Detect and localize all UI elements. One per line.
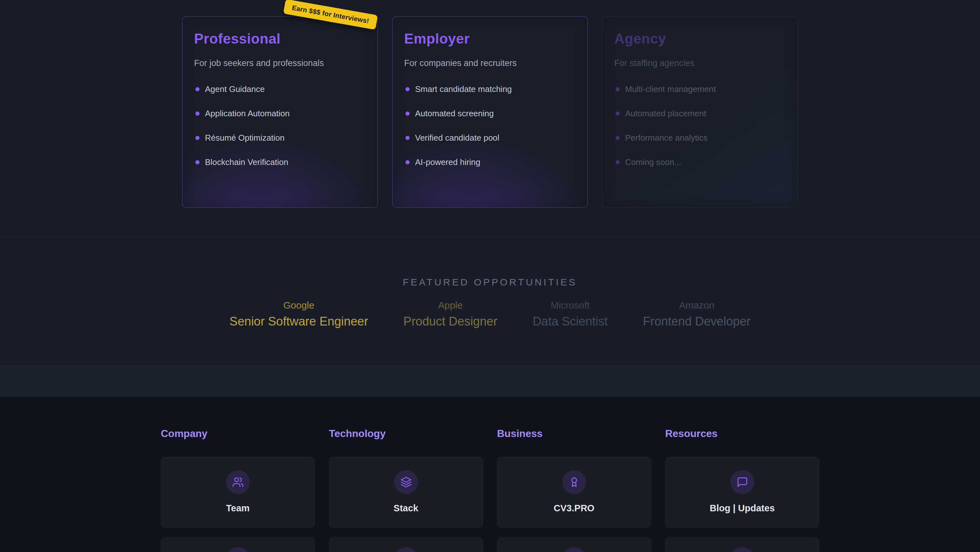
tile-icon-circle (730, 470, 754, 494)
bullet-dot-icon (406, 160, 410, 164)
job-title: Senior Software Engineer (230, 314, 368, 329)
footer-tile-partial[interactable] (329, 537, 483, 552)
footer-column-technology: TechnologyStack (329, 428, 483, 552)
footer-tile-blog-updates[interactable]: Blog | Updates (665, 457, 819, 528)
plan-feature-label: AI-powered hiring (415, 157, 480, 167)
plan-card-professional: ProfessionalFor job seekers and professi… (182, 16, 378, 207)
featured-job-google[interactable]: GoogleSenior Software Engineer (230, 300, 368, 329)
footer-column-resources: ResourcesBlog | Updates (665, 428, 819, 552)
section-spacer (0, 366, 980, 397)
job-company-name: Microsoft (533, 300, 608, 311)
bullet-dot-icon (616, 136, 620, 140)
footer-column-business: BusinessCV3.PRO (497, 428, 651, 552)
bullet-dot-icon (616, 112, 620, 116)
plan-title: Employer (404, 31, 576, 47)
plan-feature-list: Smart candidate matchingAutomated screen… (404, 84, 576, 167)
plan-feature-item: AI-powered hiring (406, 157, 576, 167)
bullet-dot-icon (616, 87, 620, 91)
plan-feature-item: Application Automation (196, 108, 366, 118)
footer-tile-partial[interactable] (161, 537, 315, 552)
plan-subtitle: For staffing agencies (614, 58, 786, 68)
bullet-dot-icon (196, 87, 199, 91)
footer-tile-label: Stack (394, 503, 418, 514)
plan-feature-label: Automated screening (415, 108, 494, 118)
plan-subtitle: For companies and recruiters (404, 58, 576, 68)
footer-column-heading: Business (497, 428, 651, 440)
footer-column-heading: Resources (665, 428, 819, 440)
tile-icon-circle (226, 470, 250, 494)
tile-icon-circle (730, 547, 754, 552)
featured-jobs-carousel: GoogleSenior Software EngineerAppleProdu… (0, 300, 980, 329)
plan-card-content: ProfessionalFor job seekers and professi… (194, 31, 366, 207)
footer-column-company: CompanyTeam (161, 428, 315, 552)
plan-title: Agency (614, 31, 786, 47)
plan-feature-item: Verified candidate pool (406, 133, 576, 143)
tile-icon-circle (562, 547, 586, 552)
footer-tile-partial[interactable] (497, 537, 651, 552)
plan-title: Professional (194, 31, 366, 47)
tile-icon-circle (394, 470, 418, 494)
plan-feature-label: Application Automation (205, 108, 290, 118)
footer-tile-team[interactable]: Team (161, 457, 315, 528)
plan-feature-item: Coming soon... (616, 157, 786, 167)
plan-feature-item: Multi-client management (616, 84, 786, 94)
footer-grid: CompanyTeamTechnologyStackBusinessCV3.PR… (161, 397, 819, 552)
plan-feature-label: Verified candidate pool (415, 133, 499, 143)
featured-opportunities-heading: FEATURED OPPORTUNITIES (0, 238, 980, 288)
bullet-dot-icon (406, 112, 410, 116)
plan-feature-label: Coming soon... (625, 157, 681, 167)
plan-feature-item: Blockchain Verification (196, 157, 366, 167)
featured-job-microsoft[interactable]: MicrosoftData Scientist (533, 300, 608, 329)
bullet-dot-icon (616, 160, 620, 164)
plan-subtitle: For job seekers and professionals (194, 58, 366, 68)
plan-feature-label: Blockchain Verification (205, 157, 288, 167)
bullet-dot-icon (196, 136, 199, 140)
plan-feature-item: Résumé Optimization (196, 133, 366, 143)
plan-feature-label: Smart candidate matching (415, 84, 512, 94)
job-title: Frontend Developer (643, 314, 751, 329)
plan-feature-label: Automated placement (625, 108, 706, 118)
plan-feature-item: Automated screening (406, 108, 576, 118)
tile-icon-circle (226, 547, 250, 552)
job-title: Data Scientist (533, 314, 608, 329)
plans-section: Earn $$$ for Interviews! ProfessionalFor… (0, 0, 980, 237)
job-company-name: Apple (404, 300, 498, 311)
plans-row: ProfessionalFor job seekers and professi… (0, 16, 980, 207)
bullet-dot-icon (196, 160, 199, 164)
footer-column-heading: Technology (329, 428, 483, 440)
plan-feature-list: Agent GuidanceApplication AutomationRésu… (194, 84, 366, 167)
plan-feature-label: Multi-client management (625, 84, 716, 94)
award-icon (568, 476, 580, 488)
footer-tile-partial[interactable] (665, 537, 819, 552)
bullet-dot-icon (196, 112, 199, 116)
footer-tile-cv3-pro[interactable]: CV3.PRO (497, 457, 651, 528)
footer-tile-label: CV3.PRO (554, 503, 594, 514)
users-icon (232, 476, 244, 488)
chat-icon (737, 476, 748, 488)
plan-feature-item: Smart candidate matching (406, 84, 576, 94)
featured-job-amazon[interactable]: AmazonFrontend Developer (643, 300, 751, 329)
footer-column-heading: Company (161, 428, 315, 440)
job-title: Product Designer (404, 314, 498, 329)
plan-feature-label: Résumé Optimization (205, 133, 285, 143)
plan-card-agency: AgencyFor staffing agenciesMulti-client … (602, 16, 798, 207)
footer-tile-label: Blog | Updates (710, 503, 775, 514)
plan-card-employer: EmployerFor companies and recruitersSmar… (392, 16, 588, 207)
footer-tile-stack[interactable]: Stack (329, 457, 483, 528)
plan-feature-list: Multi-client managementAutomated placeme… (614, 84, 786, 167)
bullet-dot-icon (406, 136, 410, 140)
plan-card-content: AgencyFor staffing agenciesMulti-client … (614, 31, 786, 207)
featured-job-apple[interactable]: AppleProduct Designer (404, 300, 498, 329)
plan-card-content: EmployerFor companies and recruitersSmar… (404, 31, 576, 207)
footer-tile-label: Team (226, 503, 250, 514)
tile-icon-circle (562, 470, 586, 494)
bullet-dot-icon (406, 87, 410, 91)
pricing-landing-page: Earn $$$ for Interviews! ProfessionalFor… (0, 0, 980, 552)
layers-icon (400, 476, 412, 488)
plan-feature-item: Agent Guidance (196, 84, 366, 94)
featured-opportunities-section: FEATURED OPPORTUNITIES GoogleSenior Soft… (0, 237, 980, 366)
plan-feature-item: Performance analytics (616, 133, 786, 143)
plan-feature-label: Performance analytics (625, 133, 708, 143)
job-company-name: Google (230, 300, 368, 311)
footer: CompanyTeamTechnologyStackBusinessCV3.PR… (0, 397, 980, 552)
